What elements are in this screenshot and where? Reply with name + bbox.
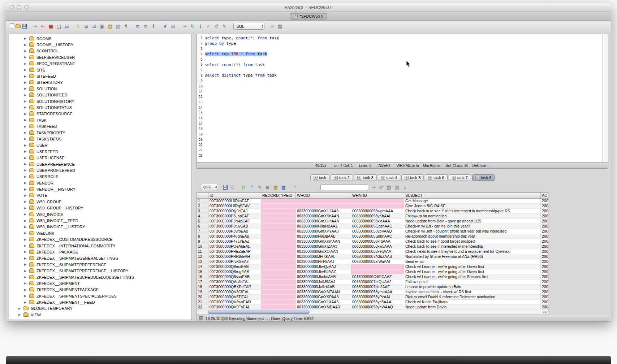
- editor-line[interactable]: 2group by type: [198, 41, 602, 46]
- disclosure-triangle-icon[interactable]: ▶: [24, 162, 28, 166]
- copy-table-icon[interactable]: ▣: [99, 23, 105, 29]
- open-file-icon[interactable]: [16, 25, 21, 28]
- grid-cell[interactable]: [261, 305, 296, 309]
- grid-cell[interactable]: 006300000058yPzAAI: [351, 295, 404, 299]
- disclosure-triangle-icon[interactable]: ▶: [24, 207, 28, 210]
- grid-cell[interactable]: [351, 204, 404, 208]
- tree-item[interactable]: ▶TASKSTATUS: [9, 136, 191, 142]
- tree-item[interactable]: ▶USERROLE: [9, 174, 191, 180]
- grid-cell[interactable]: 00T3000000QV9FaEAL: [208, 305, 261, 309]
- grid-cell[interactable]: 00T3000000P3tuvEAB: [208, 224, 261, 229]
- grid-cell[interactable]: [261, 199, 296, 203]
- grid-row[interactable]: 1700T3000000QAeJbEAL0033000000Ju9J9AAJ00…: [197, 280, 548, 285]
- editor-line[interactable]: 18: [198, 126, 602, 132]
- grid-cell[interactable]: Check back to see if interested in membe…: [404, 244, 541, 249]
- requery-icon[interactable]: ⇄: [378, 184, 384, 190]
- grid-cell[interactable]: 200: [541, 204, 548, 208]
- editor-vertical-scrollbar[interactable]: [602, 34, 608, 162]
- disclosure-triangle-icon[interactable]: ▶: [24, 188, 28, 191]
- disclosure-triangle-icon[interactable]: ▶: [24, 68, 28, 72]
- connect-icon[interactable]: →: [32, 23, 38, 29]
- grid-cell[interactable]: [261, 234, 296, 239]
- grid-cell[interactable]: 200: [541, 269, 548, 274]
- tree-item[interactable]: ▶ZKFEDEX__SHIPMATEPREFERENCE: [9, 261, 191, 268]
- grid-cell[interactable]: 00T3000000P3N4pEAF: [208, 219, 261, 224]
- edit-sql-icon[interactable]: ▤: [386, 184, 392, 190]
- grid-cell[interactable]: Check w/ Leanne - we're going after Owen…: [404, 269, 541, 274]
- editor-line[interactable]: 15: [198, 110, 602, 116]
- disclosure-triangle-icon[interactable]: ▶: [24, 81, 28, 84]
- disclosure-triangle-icon[interactable]: ▶: [24, 288, 28, 291]
- tree-item[interactable]: ▶SOLUTIONHISTORY: [9, 98, 191, 104]
- close-tab-icon[interactable]: ×: [475, 176, 479, 180]
- disclosure-triangle-icon[interactable]: ▶: [24, 282, 28, 285]
- grid-cell[interactable]: 006300000058wgmAAA: [351, 209, 404, 213]
- grid-cell[interactable]: 0033000000GmXM7AAN: [296, 290, 351, 294]
- tree-item[interactable]: ▶W50_INVOICE__HISTORY: [9, 224, 191, 230]
- grid-cell[interactable]: 200: [541, 295, 548, 299]
- grid-cell[interactable]: 0033000000H9aNBAAZ: [296, 224, 351, 229]
- tree-item[interactable]: ▶ROOMS: [9, 35, 191, 42]
- grid-cell[interactable]: 200: [541, 290, 548, 294]
- scrollbar-thumb[interactable]: [208, 311, 310, 314]
- tree-item[interactable]: ▶ZKFEDEX__SHIPMATEPREFERENCE__HISTORY: [9, 268, 191, 274]
- grid-cell[interactable]: 200: [541, 274, 548, 279]
- disclosure-triangle-icon[interactable]: ▶: [24, 219, 28, 222]
- grid-cell[interactable]: 0033000000JbukoAAB: [296, 274, 351, 279]
- grid-row[interactable]: 200T3000000L0RqSEAVGive Jenn a BIG RAISE…: [197, 204, 548, 209]
- grid-cell[interactable]: 200: [541, 244, 548, 249]
- edit-grid-icon[interactable]: ▦: [272, 184, 279, 190]
- grid-cell[interactable]: [351, 269, 404, 274]
- results-search-input[interactable]: [320, 184, 368, 190]
- editor-line[interactable]: 10: [198, 83, 602, 89]
- tree-item[interactable]: ▶TASKPRIORITY: [9, 130, 191, 136]
- grid-cell[interactable]: 0033000000JbvRJAAZ: [296, 269, 351, 274]
- column-header[interactable]: WHOID: [296, 193, 351, 199]
- editor-line[interactable]: 9: [198, 78, 602, 83]
- sql-editor[interactable]: 1select type, count(*) from task2group b…: [197, 34, 608, 162]
- tree-item[interactable]: ▶W50_GROUP: [9, 199, 191, 205]
- tree-item[interactable]: ▶SELFSERVICEUSER: [9, 54, 191, 60]
- tree-item[interactable]: ▶SOLUTIONFEED: [9, 92, 191, 98]
- grid-cell[interactable]: 006300000058yhWAAQ: [351, 305, 404, 309]
- transpose-icon[interactable]: ⇄: [241, 184, 247, 190]
- tree-item[interactable]: ▶GLOBAL TEMPORARY: [9, 306, 191, 312]
- disclosure-triangle-icon[interactable]: ▶: [18, 313, 22, 316]
- grid-cell[interactable]: [261, 254, 296, 259]
- format-sql-icon[interactable]: ≡: [134, 23, 141, 29]
- grid-row[interactable]: 2000T3000000QV8TjEAL0033000000GmXKPAA300…: [197, 295, 548, 300]
- result-tab[interactable]: ×task 3: [354, 174, 376, 181]
- grid-cell[interactable]: 200: [541, 264, 548, 269]
- editor-line[interactable]: 13: [198, 100, 602, 105]
- result-tab[interactable]: ×task 4: [378, 174, 400, 181]
- column-header[interactable]: SUBJECT: [404, 193, 541, 199]
- quotes-icon[interactable]: ": [249, 184, 255, 190]
- grid-cell[interactable]: [261, 209, 296, 213]
- close-tab-icon[interactable]: ×: [294, 14, 298, 18]
- disclosure-triangle-icon[interactable]: ▶: [24, 94, 28, 97]
- grid-cell[interactable]: 200: [541, 280, 548, 284]
- grid-cell[interactable]: 00T3000000Q8rugEAB: [208, 269, 261, 274]
- disclosure-triangle-icon[interactable]: ▶: [24, 238, 28, 241]
- grid-cell[interactable]: Nominated by Shane Freeman at ANZ (HR50): [404, 254, 541, 259]
- close-tab-icon[interactable]: ×: [452, 176, 456, 180]
- tree-item[interactable]: ▶VENDOR: [9, 180, 191, 186]
- close-tab-icon[interactable]: ×: [357, 176, 361, 180]
- grid-cell[interactable]: 200: [541, 209, 548, 213]
- disclosure-triangle-icon[interactable]: ▶: [24, 137, 28, 140]
- grid-cell[interactable]: 0033000000HirF8AAJ: [296, 259, 351, 264]
- grid-cell[interactable]: 200: [541, 239, 548, 244]
- grid-cell[interactable]: [261, 264, 296, 269]
- grid-cell[interactable]: Invoice status check - check w/ RS first: [404, 290, 541, 294]
- tree-item[interactable]: ▶SCONTROL: [9, 48, 191, 54]
- grid-cell[interactable]: 00630000007bIQUAA2: [351, 280, 404, 284]
- grid-cell[interactable]: Get Massage: [404, 199, 541, 203]
- new-file-icon[interactable]: [10, 23, 14, 29]
- tree-item[interactable]: ▶W50_GROUP__HISTORY: [9, 205, 191, 211]
- tree-item[interactable]: ▶ZKFEDEX__SHIPMENTPACKAGE: [9, 287, 191, 293]
- grid-cell[interactable]: 00T3000000PREZaEAP: [208, 249, 261, 254]
- grid-icon[interactable]: ▦: [280, 184, 287, 190]
- grid-cell[interactable]: Check w/ Leanne - we're going after Shea…: [404, 274, 541, 279]
- grid-cell[interactable]: 006300000058ympAAA: [351, 290, 404, 294]
- grid-cell[interactable]: 00T3000000POeAnEAL: [208, 244, 261, 249]
